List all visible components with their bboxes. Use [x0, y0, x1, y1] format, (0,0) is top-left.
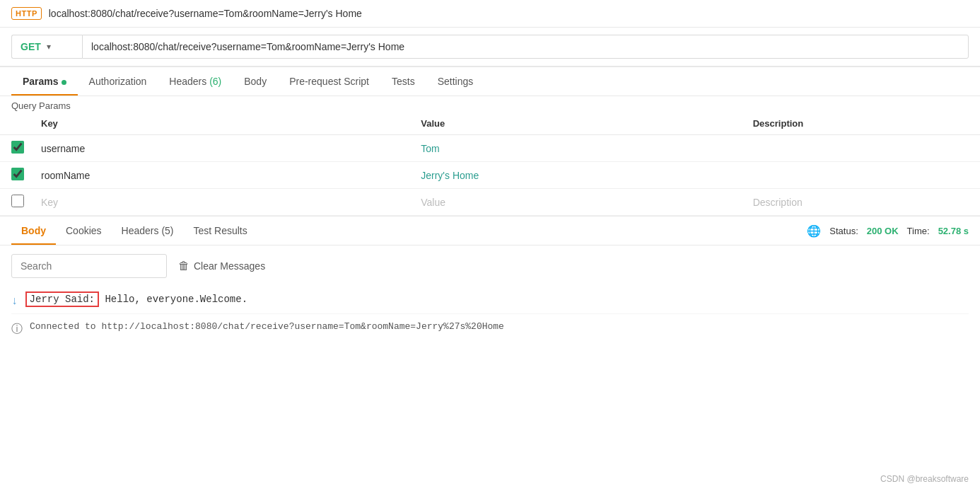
param-key-empty: Key	[30, 189, 409, 216]
query-params-label: Query Params	[0, 96, 980, 112]
clear-messages-label: Clear Messages	[194, 260, 265, 272]
search-input[interactable]	[11, 254, 167, 278]
chevron-down-icon: ▾	[47, 42, 51, 52]
bottom-tab-cookies[interactable]: Cookies	[56, 216, 112, 245]
param-key-username: username	[30, 135, 409, 162]
clear-messages-button[interactable]: 🗑 Clear Messages	[175, 255, 268, 277]
param-desc-empty: Description	[742, 189, 980, 216]
col-checkbox-header	[0, 112, 30, 135]
bottom-tabs: Body Cookies Headers (5) Test Results 🌐 …	[0, 216, 980, 246]
param-value-empty: Value	[409, 189, 741, 216]
status-bar: 🌐 Status: 200 OK Time: 52.78 s	[807, 224, 969, 238]
search-row: 🗑 Clear Messages	[11, 254, 969, 278]
url-bar-text: localhost:8080/chat/receive?username=Tom…	[49, 8, 362, 19]
param-key-roomname: roomName	[30, 162, 409, 189]
info-message: Connected to http://localhost:8080/chat/…	[30, 321, 504, 332]
param-checkbox-empty[interactable]	[11, 195, 24, 207]
params-dot	[62, 80, 66, 85]
info-icon: ⓘ	[11, 322, 23, 337]
tab-prerequest[interactable]: Pre-request Script	[278, 67, 380, 96]
param-value-username: Tom	[409, 135, 741, 162]
tab-authorization[interactable]: Authorization	[78, 67, 158, 96]
param-checkbox-username[interactable]	[11, 141, 24, 154]
col-key-header: Key	[30, 112, 409, 135]
params-table: Key Value Description username Tom roomN…	[0, 112, 980, 216]
url-input[interactable]	[82, 35, 969, 59]
table-row-empty: Key Value Description	[0, 189, 980, 216]
bottom-tab-headers[interactable]: Headers (5)	[112, 216, 184, 245]
time-value: 52.78 s	[938, 226, 969, 236]
message-area: ↓ Jerry Said: Hello, everyone.Welcome.	[11, 288, 969, 314]
trash-icon: 🗑	[178, 260, 189, 272]
param-checkbox-roomname[interactable]	[11, 168, 24, 180]
globe-icon: 🌐	[807, 224, 821, 238]
col-desc-header: Description	[742, 112, 980, 135]
status-label: Status:	[829, 226, 858, 236]
message-content: Jerry Said: Hello, everyone.Welcome.	[25, 294, 969, 305]
url-bar: HTTP localhost:8080/chat/receive?usernam…	[0, 0, 980, 28]
param-desc-roomname	[742, 162, 980, 189]
bottom-tab-body[interactable]: Body	[11, 216, 56, 245]
col-value-header: Value	[409, 112, 741, 135]
tab-headers[interactable]: Headers (6)	[158, 67, 233, 96]
tab-tests[interactable]: Tests	[380, 67, 426, 96]
tab-body[interactable]: Body	[233, 67, 278, 96]
request-row: GET ▾	[0, 28, 980, 67]
table-row: username Tom	[0, 135, 980, 162]
time-label: Time:	[907, 226, 930, 236]
param-value-roomname: Jerry's Home	[409, 162, 741, 189]
method-selector[interactable]: GET ▾	[11, 35, 82, 59]
bottom-tab-testresults[interactable]: Test Results	[184, 216, 257, 245]
message-text: Hello, everyone.Welcome.	[99, 294, 247, 305]
method-label: GET	[21, 41, 41, 52]
param-desc-username	[742, 135, 980, 162]
table-row: roomName Jerry's Home	[0, 162, 980, 189]
top-tabs: Params Authorization Headers (6) Body Pr…	[0, 67, 980, 96]
status-value: 200 OK	[867, 226, 899, 236]
tab-params[interactable]: Params	[11, 67, 78, 96]
info-row: ⓘ Connected to http://localhost:8080/cha…	[11, 314, 969, 344]
message-row: ↓ Jerry Said: Hello, everyone.Welcome.	[11, 288, 969, 314]
tab-settings[interactable]: Settings	[426, 67, 485, 96]
response-body: 🗑 Clear Messages ↓ Jerry Said: Hello, ev…	[0, 246, 980, 352]
message-highlighted-part: Jerry Said:	[25, 291, 99, 307]
http-badge: HTTP	[11, 7, 42, 20]
message-arrow-icon: ↓	[11, 295, 18, 308]
